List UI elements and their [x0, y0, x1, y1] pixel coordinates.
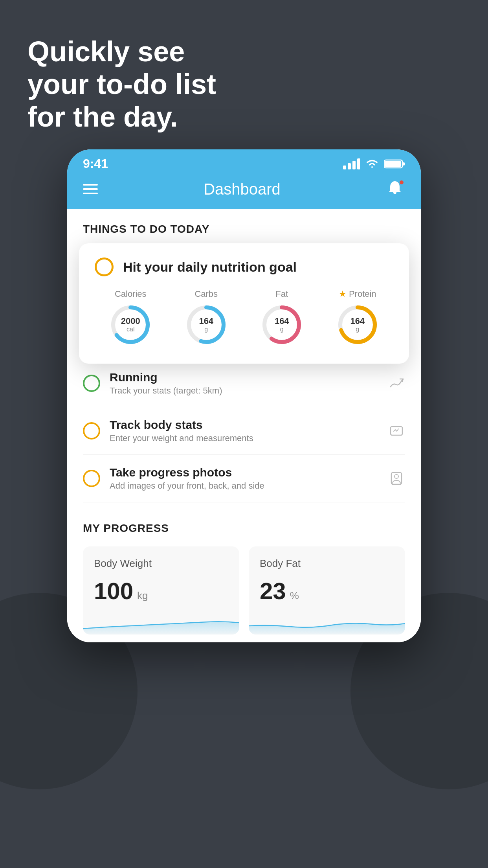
headline-line3: for the day.	[28, 101, 216, 133]
protein-unit: g	[350, 326, 365, 333]
phone-content: THINGS TO DO TODAY Hit your daily nutrit…	[67, 209, 421, 642]
notification-bell-button[interactable]	[386, 179, 405, 199]
body-fat-unit: %	[290, 590, 299, 602]
protein-value: 164	[350, 316, 365, 326]
phone-mockup: 9:41	[67, 149, 421, 642]
calories-value: 2000	[121, 316, 140, 326]
macro-calories: Calories 2000 cal	[109, 289, 152, 346]
progress-section: MY PROGRESS Body Weight 100 kg	[67, 502, 421, 642]
body-weight-value-row: 100 kg	[94, 577, 228, 605]
running-icon	[388, 375, 405, 392]
carbs-unit: g	[199, 326, 213, 333]
menu-button[interactable]	[83, 184, 98, 194]
todo-running-circle	[83, 375, 100, 392]
macro-carbs: Carbs 164 g	[185, 289, 228, 346]
todo-list: Running Track your stats (target: 5km)	[67, 360, 421, 502]
signal-bars-icon	[343, 158, 360, 169]
status-bar: 9:41	[67, 149, 421, 175]
svg-rect-2	[403, 162, 405, 166]
headline-line2: your to-do list	[28, 68, 216, 101]
person-icon	[388, 470, 405, 487]
todo-bodystats-title: Track body stats	[110, 418, 378, 432]
todo-bodystats-text: Track body stats Enter your weight and m…	[110, 418, 378, 443]
todo-photos-text: Take progress photos Add images of your …	[110, 466, 378, 491]
notification-dot	[399, 180, 404, 185]
svg-point-13	[394, 474, 398, 478]
calories-label: Calories	[115, 289, 147, 299]
calories-unit: cal	[121, 326, 140, 333]
carbs-label: Carbs	[194, 289, 218, 299]
nutrition-check-circle	[95, 257, 114, 276]
todo-bodystats[interactable]: Track body stats Enter your weight and m…	[83, 407, 405, 455]
macros-row: Calories 2000 cal	[95, 289, 393, 346]
body-weight-unit: kg	[137, 590, 148, 602]
headline-line1: Quickly see	[28, 35, 216, 68]
protein-label-row: ★ Protein	[339, 289, 376, 299]
todo-photos-circle	[83, 470, 100, 487]
todo-photos[interactable]: Take progress photos Add images of your …	[83, 455, 405, 502]
body-fat-num: 23	[260, 577, 286, 605]
navbar: Dashboard	[67, 175, 421, 209]
todo-running-sub: Track your stats (target: 5km)	[110, 386, 378, 396]
todo-photos-sub: Add images of your front, back, and side	[110, 481, 378, 491]
progress-cards: Body Weight 100 kg	[83, 546, 405, 634]
todo-running-title: Running	[110, 371, 378, 384]
nutrition-card: Hit your daily nutrition goal Calories 2	[79, 243, 409, 364]
nutrition-card-title: Hit your daily nutrition goal	[123, 259, 297, 275]
body-weight-num: 100	[94, 577, 133, 605]
protein-label: Protein	[349, 289, 376, 299]
todo-bodystats-sub: Enter your weight and measurements	[110, 433, 378, 443]
todo-running[interactable]: Running Track your stats (target: 5km)	[83, 360, 405, 407]
macro-protein: ★ Protein 164 g	[336, 289, 379, 346]
headline: Quickly see your to-do list for the day.	[28, 35, 216, 133]
status-time: 9:41	[83, 156, 108, 171]
body-fat-chart	[249, 611, 405, 634]
body-fat-title: Body Fat	[260, 557, 394, 570]
star-icon: ★	[339, 289, 347, 299]
wifi-icon	[365, 158, 379, 169]
carbs-value: 164	[199, 316, 213, 326]
scale-icon	[388, 422, 405, 440]
fat-donut: 164 g	[260, 303, 303, 346]
todo-photos-title: Take progress photos	[110, 466, 378, 479]
progress-heading: MY PROGRESS	[83, 522, 405, 535]
nav-title: Dashboard	[204, 180, 281, 198]
fat-unit: g	[275, 326, 289, 333]
status-icons	[343, 158, 405, 169]
macro-fat: Fat 164 g	[260, 289, 303, 346]
body-fat-card: Body Fat 23 %	[249, 546, 405, 634]
body-weight-chart	[83, 611, 239, 634]
todo-bodystats-circle	[83, 422, 100, 440]
body-fat-value-row: 23 %	[260, 577, 394, 605]
todo-running-text: Running Track your stats (target: 5km)	[110, 371, 378, 396]
carbs-donut: 164 g	[185, 303, 228, 346]
body-weight-card: Body Weight 100 kg	[83, 546, 239, 634]
svg-rect-1	[385, 161, 401, 167]
battery-icon	[384, 159, 405, 169]
protein-donut: 164 g	[336, 303, 379, 346]
things-heading: THINGS TO DO TODAY	[67, 209, 421, 243]
body-weight-title: Body Weight	[94, 557, 228, 570]
fat-label: Fat	[275, 289, 288, 299]
fat-value: 164	[275, 316, 289, 326]
calories-donut: 2000 cal	[109, 303, 152, 346]
